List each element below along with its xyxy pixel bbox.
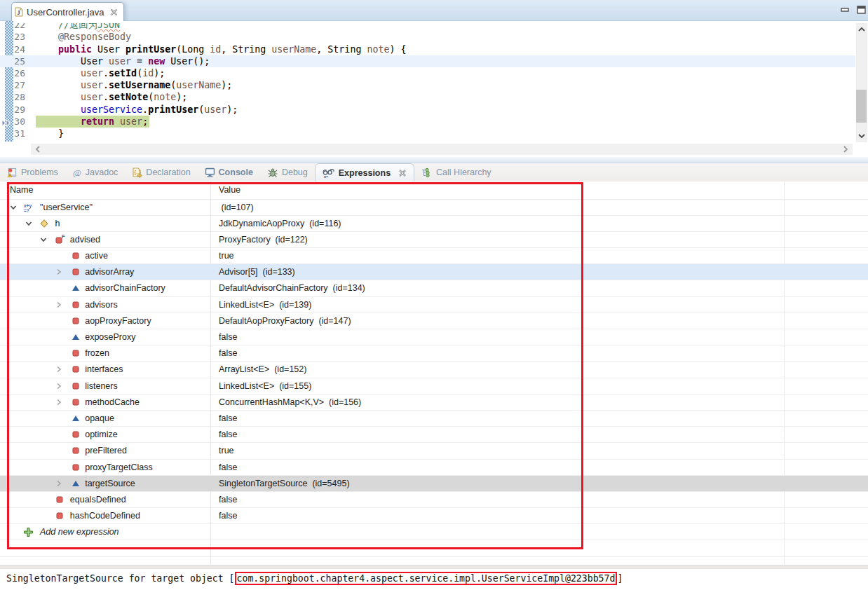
column-header-value[interactable]: Value bbox=[219, 185, 240, 195]
tree-row-advisorchainfactory[interactable]: advisorChainFactoryDefaultAdvisorChainFa… bbox=[0, 280, 868, 296]
scrollbar-thumb[interactable] bbox=[856, 90, 867, 123]
code-line-24: 24 public User printUser(Long id, String… bbox=[0, 43, 855, 55]
tree-row-prefiltered[interactable]: preFilteredtrue bbox=[0, 443, 868, 459]
detail-text: SingletonTargetSource for target object … bbox=[6, 573, 623, 584]
default-field-icon bbox=[71, 413, 81, 423]
view-tab-problems[interactable]: Problems bbox=[0, 163, 65, 181]
tree-row-methodcache[interactable]: methodCacheConcurrentHashMap<K,V> (id=15… bbox=[0, 395, 868, 411]
private-field-icon bbox=[71, 446, 81, 455]
scroll-right-icon[interactable] bbox=[841, 144, 850, 154]
tree-row-value: LinkedList<E> (id=155) bbox=[219, 381, 311, 391]
view-tab-declaration[interactable]: {..}Declaration bbox=[125, 163, 197, 181]
scroll-up-icon[interactable] bbox=[857, 25, 867, 34]
editor-vertical-scrollbar[interactable] bbox=[856, 23, 867, 142]
view-tab-label: Console bbox=[219, 167, 253, 177]
tree-row-value: false bbox=[219, 495, 237, 505]
tree-row-value: (id=107) bbox=[219, 203, 254, 212]
tree-row-value: true bbox=[219, 251, 234, 261]
tree-row-name: "userService" bbox=[40, 203, 93, 212]
tree-row-proxytargetclass[interactable]: proxyTargetClassfalse bbox=[0, 460, 868, 476]
tree-row-hashcodedefined[interactable]: hashCodeDefinedfalse bbox=[0, 508, 868, 524]
editor-panel-sash[interactable] bbox=[0, 157, 868, 163]
code-line-23: 23 @ResponseBody bbox=[0, 31, 855, 43]
editor-tab-usercontroller[interactable]: J UserController.java bbox=[11, 2, 124, 21]
chevron-down-icon[interactable] bbox=[9, 203, 18, 212]
svg-text:@: @ bbox=[73, 167, 81, 177]
chevron-right-icon[interactable] bbox=[55, 268, 63, 276]
tree-row-listeners[interactable]: listenersLinkedList<E> (id=155) bbox=[0, 378, 868, 395]
chevron-right-icon[interactable] bbox=[55, 398, 63, 406]
tree-row-name: advisors bbox=[85, 300, 118, 310]
close-icon[interactable] bbox=[398, 169, 407, 177]
tree-row-h[interactable]: hJdkDynamicAopProxy (id=116) bbox=[0, 216, 868, 232]
tree-row-value: true bbox=[219, 446, 234, 455]
column-header-name[interactable]: Name bbox=[10, 185, 33, 195]
private-final-field-icon: F bbox=[55, 233, 66, 245]
code-text: } bbox=[34, 128, 855, 139]
editor-tabstrip: J UserController.java bbox=[0, 0, 868, 21]
tree-row-name: methodCache bbox=[85, 397, 140, 407]
instruction-pointer-icon bbox=[1, 118, 13, 128]
svg-text:F: F bbox=[62, 233, 65, 240]
view-tab-console[interactable]: Console bbox=[198, 163, 260, 181]
tree-row-active[interactable]: activetrue bbox=[0, 248, 868, 264]
tree-row-name: preFiltered bbox=[85, 446, 127, 455]
tree-row-targetsource[interactable]: targetSourceSingletonTargetSource (id=54… bbox=[0, 476, 868, 492]
java-file-icon: J bbox=[15, 7, 23, 17]
tree-row-interfaces[interactable]: interfacesArrayList<E> (id=152) bbox=[0, 362, 868, 378]
tree-row-advised[interactable]: FadvisedProxyFactory (id=122) bbox=[0, 232, 868, 248]
expressions-tree: x+y=?"userService" (id=107)hJdkDynamicAo… bbox=[0, 200, 868, 565]
view-tab-call-hierarchy[interactable]: Call Hierarchy bbox=[414, 163, 499, 181]
private-field-icon bbox=[71, 430, 81, 439]
tree-row-value: DefaultAdvisorChainFactory (id=134) bbox=[219, 283, 365, 293]
code-line-28: 28 user.setNote(note); bbox=[0, 91, 855, 103]
close-icon[interactable] bbox=[110, 8, 118, 16]
default-field-icon bbox=[71, 332, 81, 342]
tree-row-advisorarray[interactable]: advisorArrayAdvisor[5] (id=133) bbox=[0, 264, 868, 280]
tree-row-opaque[interactable]: opaquefalse bbox=[0, 411, 868, 427]
tree-row-addnewexpression[interactable]: Add new expression bbox=[0, 524, 868, 540]
chevron-down-icon[interactable] bbox=[39, 235, 48, 244]
maximize-icon[interactable] bbox=[857, 6, 866, 14]
chevron-right-icon[interactable] bbox=[55, 301, 63, 309]
private-field-icon bbox=[71, 251, 81, 261]
tree-row-equalsdefined[interactable]: equalsDefinedfalse bbox=[0, 492, 868, 508]
view-tab-debug[interactable]: Debug bbox=[260, 163, 315, 181]
tree-row-exposeproxy[interactable]: exposeProxyfalse bbox=[0, 329, 868, 345]
tree-row-frozen[interactable]: frozenfalse bbox=[0, 345, 868, 362]
detail-pane: SingletonTargetSource for target object … bbox=[0, 569, 868, 590]
scroll-left-icon[interactable] bbox=[34, 144, 42, 154]
scroll-down-icon[interactable] bbox=[857, 132, 867, 140]
chevron-right-icon[interactable] bbox=[55, 382, 63, 390]
chevron-right-icon[interactable] bbox=[55, 479, 63, 488]
chevron-right-icon[interactable] bbox=[55, 365, 63, 373]
minimize-icon[interactable] bbox=[841, 6, 849, 14]
code-editor[interactable]: 22 //返回为JSON23 @ResponseBody24 public Us… bbox=[0, 21, 855, 144]
line-number: 24 bbox=[0, 43, 25, 55]
tree-row-userservice[interactable]: x+y=?"userService" (id=107) bbox=[0, 200, 868, 216]
view-tab-label: Javadoc bbox=[86, 167, 118, 177]
annotation-rectangle-detail: com.springboot.chapter4.aspect.service.i… bbox=[235, 572, 618, 585]
view-tab-expressions[interactable]: x=Expressions bbox=[315, 163, 414, 181]
tree-row-name: interfaces bbox=[85, 364, 123, 374]
view-tab-label: Problems bbox=[21, 167, 58, 177]
tree-row-advisors[interactable]: advisorsLinkedList<E> (id=139) bbox=[0, 297, 868, 313]
view-tab-label: Expressions bbox=[339, 168, 391, 178]
line-number: 28 bbox=[0, 91, 25, 103]
code-line-31: 31 } bbox=[0, 128, 855, 139]
tree-row-empty bbox=[0, 540, 868, 556]
editor-horizontal-scrollbar[interactable] bbox=[31, 144, 853, 155]
view-tab-javadoc[interactable]: @Javadoc bbox=[65, 163, 126, 181]
tree-row-optimize[interactable]: optimizefalse bbox=[0, 427, 868, 443]
code-line-27: 27 user.setUsername(userName); bbox=[0, 79, 855, 91]
tree-row-aopproxyfactory[interactable]: aopProxyFactoryDefaultAopProxyFactory (i… bbox=[0, 313, 868, 329]
eclipse-window: J UserController.java 22 //返回为JSON23 @ bbox=[0, 0, 868, 590]
private-field-icon bbox=[71, 381, 81, 391]
detail-prefix: SingletonTargetSource for target object … bbox=[6, 573, 235, 584]
tree-row-value: DefaultAopProxyFactory (id=147) bbox=[219, 316, 351, 326]
tree-row-name: advisorChainFactory bbox=[85, 283, 165, 293]
chevron-down-icon[interactable] bbox=[25, 219, 33, 228]
tree-row-value: Advisor[5] (id=133) bbox=[219, 267, 295, 277]
table-header: Name Value bbox=[0, 181, 868, 200]
private-field-icon bbox=[55, 511, 65, 521]
